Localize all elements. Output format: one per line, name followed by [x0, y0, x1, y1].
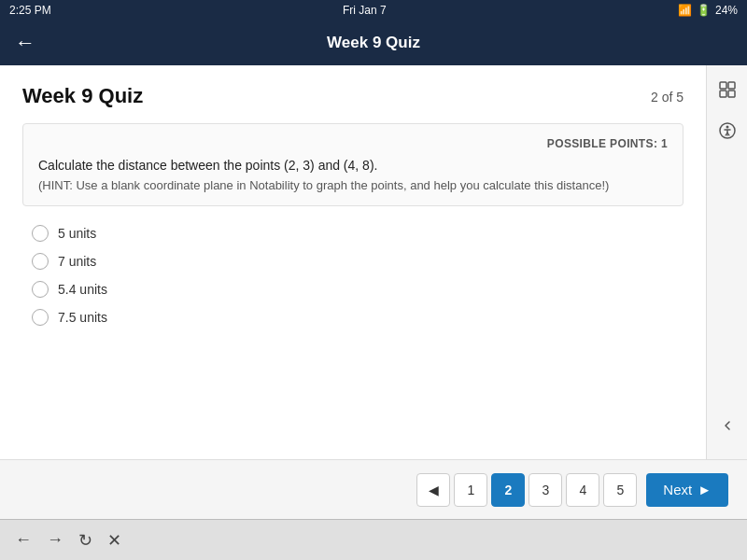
svg-rect-1: [728, 82, 735, 89]
grid-icon[interactable]: [712, 75, 742, 105]
radio-3[interactable]: [32, 281, 49, 298]
quiz-title: Week 9 Quiz: [22, 84, 143, 108]
answer-label-3: 5.4 units: [58, 282, 107, 297]
wifi-icon: 📶: [678, 4, 692, 17]
browser-forward-button[interactable]: →: [47, 530, 63, 550]
status-date: Fri Jan 7: [343, 4, 387, 17]
accessibility-icon[interactable]: [712, 116, 742, 146]
browser-forward-icon: →: [47, 530, 63, 550]
browser-refresh-button[interactable]: ↻: [78, 530, 92, 551]
question-text: Calculate the distance between the point…: [38, 158, 668, 173]
answer-option-4[interactable]: 7.5 units: [32, 309, 684, 326]
answer-option-1[interactable]: 5 units: [32, 225, 684, 242]
svg-rect-2: [720, 91, 726, 97]
quiz-header: Week 9 Quiz 2 of 5: [22, 84, 684, 108]
answer-label-1: 5 units: [58, 226, 96, 241]
status-bar: 2:25 PM Fri Jan 7 📶 🔋 24%: [0, 0, 747, 21]
question-block: POSSIBLE POINTS: 1 Calculate the distanc…: [22, 123, 684, 206]
next-button[interactable]: Next ►: [646, 473, 728, 507]
status-right: 📶 🔋 24%: [678, 4, 738, 17]
pagination-page-5[interactable]: 5: [603, 473, 637, 507]
answer-option-2[interactable]: 7 units: [32, 253, 684, 270]
answer-option-3[interactable]: 5.4 units: [32, 281, 684, 298]
browser-toolbar: ← → ↻ ✕: [0, 519, 747, 560]
pagination-page-2[interactable]: 2: [491, 473, 525, 507]
browser-back-icon: ←: [15, 530, 32, 550]
radio-1[interactable]: [32, 225, 49, 242]
svg-point-5: [726, 126, 728, 129]
header-title: Week 9 Quiz: [327, 34, 420, 52]
quiz-progress: 2 of 5: [651, 90, 684, 105]
browser-refresh-icon: ↻: [78, 530, 92, 551]
main-area: Week 9 Quiz 2 of 5 POSSIBLE POINTS: 1 Ca…: [0, 65, 747, 459]
answer-label-4: 7.5 units: [58, 310, 107, 325]
pagination-prev[interactable]: ◀: [416, 473, 450, 507]
bottom-pagination-area: ◀ 1 2 3 4 5 Next ►: [0, 459, 747, 519]
possible-points: POSSIBLE POINTS: 1: [38, 137, 668, 150]
answer-label-2: 7 units: [58, 254, 96, 269]
question-hint: (HINT: Use a blank coordinate plane in N…: [38, 178, 668, 192]
radio-4[interactable]: [32, 309, 49, 326]
collapse-icon[interactable]: [712, 411, 742, 441]
pagination-page-4[interactable]: 4: [566, 473, 599, 507]
next-label: Next: [663, 482, 692, 497]
battery-icon: 🔋: [697, 4, 711, 17]
sidebar: [706, 65, 747, 459]
battery-level: 24%: [715, 4, 738, 17]
svg-rect-0: [720, 82, 726, 89]
radio-2[interactable]: [32, 253, 49, 270]
svg-rect-3: [728, 91, 735, 97]
browser-close-icon: ✕: [107, 530, 121, 551]
next-arrow-icon: ►: [698, 482, 712, 497]
status-time: 2:25 PM: [9, 4, 51, 17]
back-button[interactable]: ←: [15, 33, 35, 53]
browser-back-button[interactable]: ←: [15, 530, 32, 550]
pagination-page-3[interactable]: 3: [529, 473, 562, 507]
pagination-page-1[interactable]: 1: [454, 473, 487, 507]
header: ← Week 9 Quiz: [0, 21, 747, 65]
pagination: ◀ 1 2 3 4 5 Next ►: [416, 473, 728, 507]
answers-list: 5 units 7 units 5.4 units 7.5 units: [22, 216, 684, 326]
content-area: Week 9 Quiz 2 of 5 POSSIBLE POINTS: 1 Ca…: [0, 65, 706, 459]
browser-close-button[interactable]: ✕: [107, 530, 121, 551]
